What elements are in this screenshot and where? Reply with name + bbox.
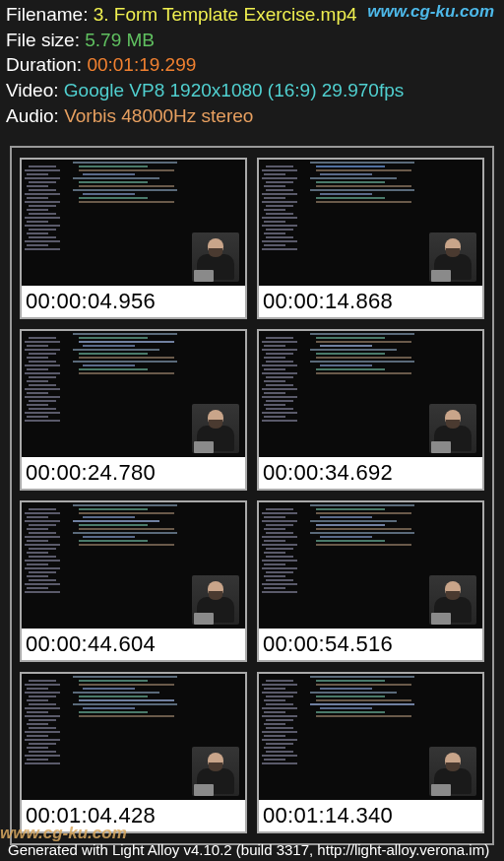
code-editor-main — [306, 504, 479, 573]
thumbnail-image — [259, 674, 482, 800]
code-editor-main — [306, 162, 479, 231]
code-editor-sidebar — [25, 166, 64, 284]
value-audio: Vorbis 48000Hz stereo — [64, 105, 253, 126]
code-editor-sidebar — [25, 680, 64, 798]
thumbnail-image — [22, 674, 245, 800]
code-editor-sidebar — [262, 508, 301, 627]
value-filesize: 5.79 MB — [85, 30, 155, 50]
code-editor-sidebar — [262, 680, 301, 798]
thumbnail-timestamp: 00:00:44.604 — [22, 629, 245, 660]
label-filesize: File size: — [6, 30, 85, 50]
code-editor-main — [69, 333, 242, 402]
thumbnail-timestamp: 00:00:34.692 — [259, 457, 482, 489]
generator-footer: Generated with Light Alloy v4.10.2 (buil… — [8, 841, 489, 858]
presenter-overlay — [429, 404, 476, 453]
thumbnail-image — [259, 502, 482, 629]
label-duration: Duration: — [6, 54, 87, 75]
thumbnail-timestamp: 00:01:14.340 — [259, 800, 482, 831]
thumbnail-grid: 00:00:04.956 00:00:14.868 00:00:24.780 — [20, 158, 484, 833]
presenter-overlay — [429, 232, 476, 282]
code-editor-sidebar — [262, 166, 301, 284]
code-editor-sidebar — [262, 337, 301, 455]
code-editor-main — [69, 676, 242, 745]
value-video: Google VP8 1920x1080 (16:9) 29.970fps — [64, 80, 404, 100]
presenter-overlay — [192, 404, 239, 453]
code-editor-main — [306, 676, 479, 745]
thumbnail-image — [22, 331, 245, 457]
label-filename: Filename: — [6, 4, 94, 25]
thumbnail-image — [259, 331, 482, 457]
presenter-overlay — [192, 232, 239, 282]
thumbnail-area: 00:00:04.956 00:00:14.868 00:00:24.780 — [10, 146, 494, 845]
presenter-overlay — [429, 575, 476, 625]
thumbnail-cell: 00:00:44.604 — [20, 500, 247, 662]
thumbnail-cell: 00:00:54.516 — [257, 500, 484, 662]
thumbnail-cell: 00:01:04.428 — [20, 672, 247, 833]
watermark-top: www.cg-ku.com — [367, 2, 494, 22]
thumbnail-timestamp: 00:00:54.516 — [259, 629, 482, 660]
thumbnail-image — [22, 502, 245, 629]
thumbnail-image — [259, 160, 482, 286]
row-filesize: File size: 5.79 MB — [6, 28, 498, 53]
thumbnail-image — [22, 160, 245, 286]
thumbnail-timestamp: 00:00:04.956 — [22, 286, 245, 317]
label-video: Video: — [6, 80, 64, 100]
thumbnail-cell: 00:00:24.780 — [20, 329, 247, 491]
code-editor-sidebar — [25, 337, 64, 455]
code-editor-main — [306, 333, 479, 402]
watermark-bottom: www.cg-ku.com — [0, 824, 127, 843]
thumbnail-cell: 00:01:14.340 — [257, 672, 484, 833]
presenter-overlay — [192, 575, 239, 625]
presenter-overlay — [429, 747, 476, 796]
thumbnail-timestamp: 00:00:24.780 — [22, 457, 245, 489]
presenter-overlay — [192, 747, 239, 796]
thumbnail-cell: 00:00:14.868 — [257, 158, 484, 319]
code-editor-main — [69, 504, 242, 573]
row-audio: Audio: Vorbis 48000Hz stereo — [6, 103, 498, 129]
thumbnail-timestamp: 00:00:14.868 — [259, 286, 482, 317]
code-editor-main — [69, 162, 242, 231]
row-video: Video: Google VP8 1920x1080 (16:9) 29.97… — [6, 78, 498, 103]
code-editor-sidebar — [25, 508, 64, 627]
row-duration: Duration: 00:01:19.299 — [6, 52, 498, 78]
value-duration: 00:01:19.299 — [87, 54, 196, 75]
value-filename: 3. Form Template Exercise.mp4 — [94, 4, 357, 25]
thumbnail-cell: 00:00:34.692 — [257, 329, 484, 491]
label-audio: Audio: — [6, 105, 64, 126]
thumbnail-cell: 00:00:04.956 — [20, 158, 247, 319]
